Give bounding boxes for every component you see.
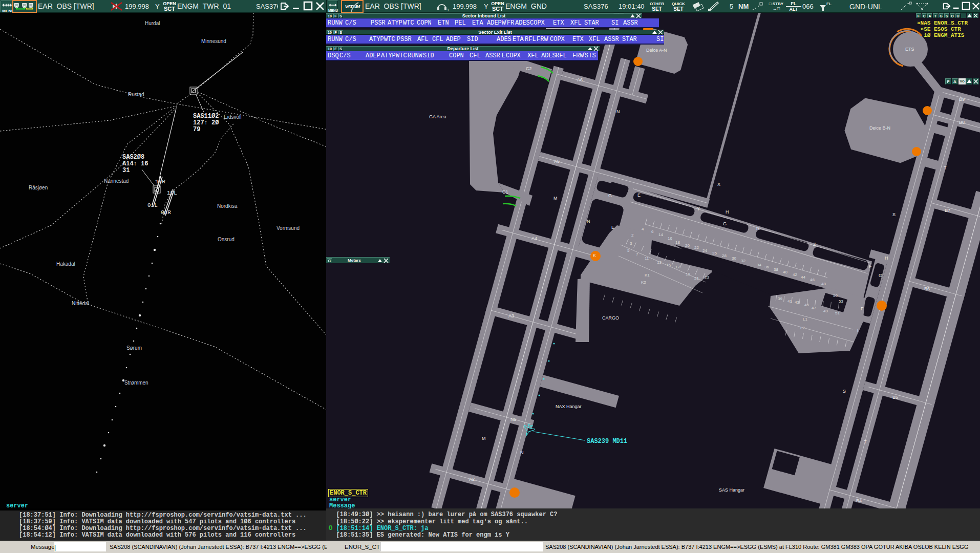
svg-text:1: 1 xyxy=(447,8,449,12)
svg-text:FL: FL xyxy=(826,2,832,6)
